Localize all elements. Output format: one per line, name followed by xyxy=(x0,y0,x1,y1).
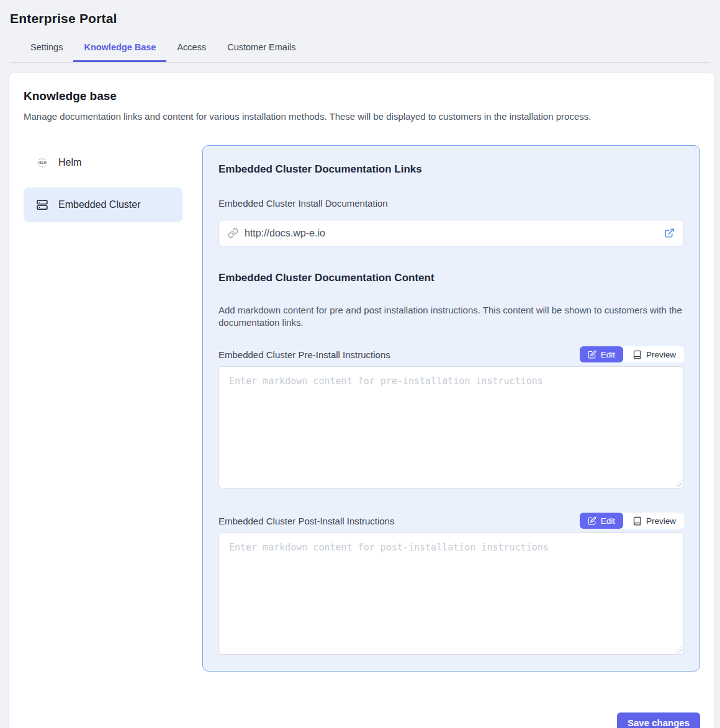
edit-button-label: Edit xyxy=(601,350,615,359)
links-section-title: Embedded Cluster Documentation Links xyxy=(218,163,684,176)
post-install-mode-toggle: Edit Preview xyxy=(580,513,684,529)
preview-button-label: Preview xyxy=(646,516,676,526)
sidebar-item-label: Embedded Cluster xyxy=(58,199,141,210)
edit-pencil-icon xyxy=(588,350,596,359)
install-doc-url-input[interactable] xyxy=(245,228,658,239)
post-install-header-row: Embedded Cluster Post-Install Instructio… xyxy=(218,513,684,529)
post-install-preview-button[interactable]: Preview xyxy=(624,513,684,529)
sidebar-item-embedded-cluster[interactable]: Embedded Cluster xyxy=(24,187,182,222)
sidebar-item-label: Helm xyxy=(58,157,81,168)
pre-install-editor xyxy=(218,366,684,488)
edit-button-label: Edit xyxy=(601,516,615,526)
app-title: Enterprise Portal xyxy=(10,11,710,26)
pre-install-label: Embedded Cluster Pre-Install Instruction… xyxy=(218,349,390,360)
pre-install-preview-button[interactable]: Preview xyxy=(624,346,684,362)
preview-button-label: Preview xyxy=(646,350,676,359)
book-preview-icon xyxy=(632,350,642,359)
tab-bar: Settings Knowledge Base Access Customer … xyxy=(10,35,710,63)
post-install-textarea[interactable] xyxy=(218,533,684,655)
tab-customer-emails[interactable]: Customer Emails xyxy=(217,35,306,62)
link-icon xyxy=(228,228,238,238)
pre-install-mode-toggle: Edit Preview xyxy=(580,346,684,362)
sidebar-item-helm[interactable]: HELM Helm xyxy=(24,145,182,180)
tab-access[interactable]: Access xyxy=(166,35,217,62)
knowledge-base-card: Knowledge base Manage documentation link… xyxy=(9,73,715,728)
pre-install-edit-button[interactable]: Edit xyxy=(580,346,623,362)
install-method-list: HELM Helm Embedded Cluster xyxy=(24,145,182,672)
embedded-cluster-panel: Embedded Cluster Documentation Links Emb… xyxy=(202,145,700,672)
card-footer: Save changes xyxy=(24,712,700,728)
content-section-title: Embedded Cluster Documentation Content xyxy=(218,272,684,284)
pre-install-textarea[interactable] xyxy=(218,366,684,488)
post-install-edit-button[interactable]: Edit xyxy=(580,513,623,529)
tab-settings[interactable]: Settings xyxy=(20,35,73,62)
book-preview-icon xyxy=(632,516,642,526)
install-doc-url-field xyxy=(218,220,684,246)
content-area: HELM Helm Embedded Cluster Em xyxy=(24,145,700,672)
post-install-editor xyxy=(218,533,684,655)
page-title: Knowledge base xyxy=(24,89,700,103)
server-stack-icon xyxy=(36,199,48,211)
save-changes-button[interactable]: Save changes xyxy=(617,712,700,728)
edit-pencil-icon xyxy=(588,516,596,525)
pre-install-header-row: Embedded Cluster Pre-Install Instruction… xyxy=(218,346,684,362)
external-link-icon[interactable] xyxy=(664,228,675,238)
tab-knowledge-base[interactable]: Knowledge Base xyxy=(73,35,166,62)
app-header: Enterprise Portal Settings Knowledge Bas… xyxy=(0,0,720,63)
content-section-description: Add markdown content for pre and post in… xyxy=(218,304,684,329)
post-install-label: Embedded Cluster Post-Install Instructio… xyxy=(218,516,394,526)
svg-text:HELM: HELM xyxy=(38,161,46,164)
page-description: Manage documentation links and content f… xyxy=(24,111,700,122)
install-doc-label: Embedded Cluster Install Documentation xyxy=(218,198,684,209)
helm-logo-icon: HELM xyxy=(36,156,48,169)
